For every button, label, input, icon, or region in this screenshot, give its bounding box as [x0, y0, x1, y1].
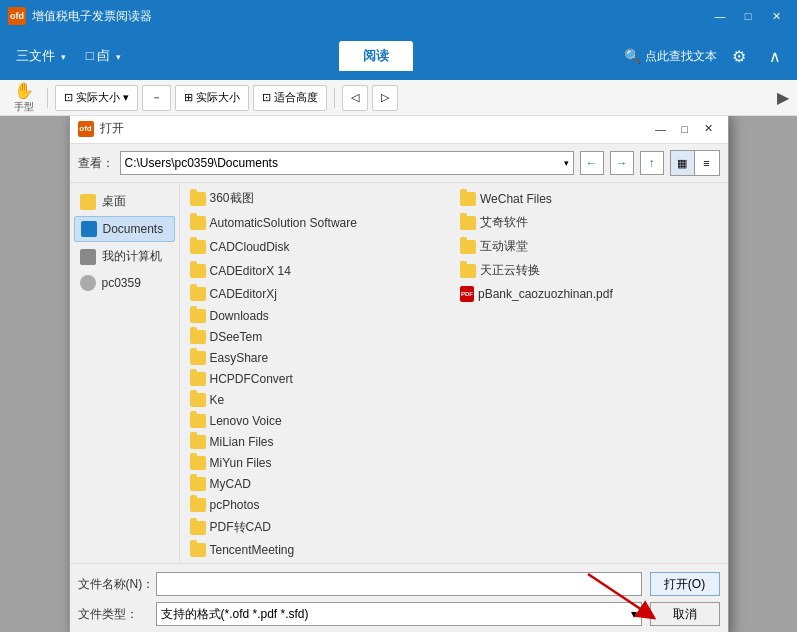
filename-row: 文件名称(N)： 打开(O) [78, 572, 720, 596]
prev-page-button[interactable]: ◁ [342, 85, 368, 111]
filetype-arrow: ▾ [631, 607, 637, 621]
file-item[interactable]: 360截图 [184, 187, 454, 210]
file-item[interactable] [454, 411, 724, 431]
minimize-button[interactable]: — [707, 5, 733, 27]
file-item[interactable]: DSeeTem [184, 327, 454, 347]
file-item[interactable] [454, 390, 724, 410]
file-item[interactable] [454, 348, 724, 368]
hand-tool-button[interactable]: ✋ 手型 [8, 79, 40, 116]
settings-button[interactable]: ⚙ [725, 42, 753, 70]
file-item[interactable] [454, 495, 724, 515]
reading-tab[interactable]: 阅读 [339, 41, 413, 71]
zoom-out-button[interactable]: － [142, 85, 171, 111]
search-area[interactable]: 🔍 点此查找文本 [624, 48, 717, 65]
app-logo: ofd [8, 7, 26, 25]
file-item[interactable]: CADCloudDisk [184, 235, 454, 258]
dialog-overlay: ofd 打开 — □ ✕ 查看： C:\Users\pc0359\Documen… [0, 116, 797, 632]
dialog-minimize-button[interactable]: — [650, 119, 672, 139]
file-item[interactable]: HCPDFConvert [184, 369, 454, 389]
folder-icon [190, 456, 206, 470]
folder-icon [460, 264, 476, 278]
folder-icon [190, 435, 206, 449]
file-item[interactable] [454, 516, 724, 539]
folder-icon [190, 264, 206, 278]
close-button[interactable]: ✕ [763, 5, 789, 27]
file-item[interactable] [454, 474, 724, 494]
file-item[interactable]: AutomaticSolution Software [184, 211, 454, 234]
cancel-button[interactable]: 取消 [650, 602, 720, 626]
file-item[interactable]: WeChat Files [454, 187, 724, 210]
detail-view-button[interactable]: ≡ [695, 151, 719, 175]
toolbar-right: 🔍 点此查找文本 ⚙ ∧ [624, 42, 789, 70]
file-item[interactable]: Ke [184, 390, 454, 410]
separator-2 [334, 88, 335, 108]
maximize-button[interactable]: □ [735, 5, 761, 27]
search-label: 点此查找文本 [645, 48, 717, 65]
up-icon: ↑ [649, 156, 655, 170]
dialog-body: 桌面 Documents 我的计算机 pc0359 [70, 183, 728, 563]
file-item[interactable]: EasyShare [184, 348, 454, 368]
zoom-in-icon: ⊞ [184, 91, 193, 104]
nav-up-button[interactable]: ↑ [640, 151, 664, 175]
fit-height-button[interactable]: ⊡ 适合高度 [253, 85, 327, 111]
dialog-file-area: 360截图 WeChat Files AutomaticSolution Sof… [180, 183, 728, 563]
view-buttons: ▦ ≡ [670, 150, 720, 176]
look-in-arrow: ▾ [564, 158, 569, 168]
folder-icon [460, 216, 476, 230]
file-item[interactable]: CADEditorXj [184, 283, 454, 305]
file-item[interactable] [454, 540, 724, 560]
zoom-in-button[interactable]: ⊞ 实际大小 [175, 85, 249, 111]
folder-icon [190, 216, 206, 230]
file-item-downloads[interactable]: Downloads [184, 306, 454, 326]
look-in-combo[interactable]: C:\Users\pc0359\Documents ▾ [120, 151, 574, 175]
file-item[interactable] [454, 432, 724, 452]
file-item[interactable]: PDFpBank_caozuozhinan.pdf [454, 283, 724, 305]
sidebar-user[interactable]: pc0359 [74, 271, 175, 295]
detail-view-icon: ≡ [703, 157, 709, 169]
file-item[interactable] [454, 327, 724, 347]
open-button[interactable]: 打开(O) [650, 572, 720, 596]
nav-forward-button[interactable]: → [610, 151, 634, 175]
dialog-close-button[interactable]: ✕ [698, 119, 720, 139]
nav-back-button[interactable]: ← [580, 151, 604, 175]
folder-icon [190, 330, 206, 344]
file-item[interactable] [454, 306, 724, 326]
folder-icon [190, 477, 206, 491]
scroll-right-button[interactable]: ▶ [777, 88, 789, 107]
file-item[interactable] [454, 453, 724, 473]
zoom-reset-button[interactable]: ⊡ 实际大小 ▾ [55, 85, 138, 111]
dialog-toolbar: 查看： C:\Users\pc0359\Documents ▾ ← → ↑ [70, 144, 728, 183]
folder-icon [190, 192, 206, 206]
file-item[interactable]: 艾奇软件 [454, 211, 724, 234]
file-item[interactable]: MyCAD [184, 474, 454, 494]
folder-icon [190, 543, 206, 557]
file-item[interactable]: MiYun Files [184, 453, 454, 473]
sidebar-documents[interactable]: Documents [74, 216, 175, 242]
filename-input[interactable] [156, 572, 642, 596]
file-item[interactable]: 天正云转换 [454, 259, 724, 282]
dialog-title-bar: ofd 打开 — □ ✕ [70, 116, 728, 144]
filetype-select[interactable]: 支持的格式(*.ofd *.pdf *.sfd) ▾ [156, 602, 642, 626]
file-menu[interactable]: 三文件 ▾ [8, 43, 74, 69]
dialog-controls: — □ ✕ [650, 119, 720, 139]
folder-icon [190, 521, 206, 535]
file-item[interactable] [454, 369, 724, 389]
file-item[interactable]: pcPhotos [184, 495, 454, 515]
dialog-title: 打开 [100, 120, 650, 137]
expand-button[interactable]: ∧ [761, 42, 789, 70]
file-item[interactable]: PDF转CAD [184, 516, 454, 539]
sidebar-desktop[interactable]: 桌面 [74, 189, 175, 214]
file-item[interactable]: TencentMeeting [184, 540, 454, 560]
file-item[interactable]: CADEditorX 14 [184, 259, 454, 282]
sidebar-my-computer[interactable]: 我的计算机 [74, 244, 175, 269]
app-window: ofd 增值税电子发票阅读器 — □ ✕ 三文件 ▾ □ 卣 ▾ 阅读 🔍 [0, 0, 797, 632]
fit-icon: ⊡ [262, 91, 271, 104]
dialog-maximize-button[interactable]: □ [674, 119, 696, 139]
file-item[interactable]: MiLian Files [184, 432, 454, 452]
file-item[interactable]: 互动课堂 [454, 235, 724, 258]
list-view-button[interactable]: ▦ [671, 151, 695, 175]
tools-menu[interactable]: □ 卣 ▾ [78, 43, 129, 69]
next-page-button[interactable]: ▷ [372, 85, 398, 111]
file-item[interactable]: Lenovo Voice [184, 411, 454, 431]
folder-icon [190, 287, 206, 301]
